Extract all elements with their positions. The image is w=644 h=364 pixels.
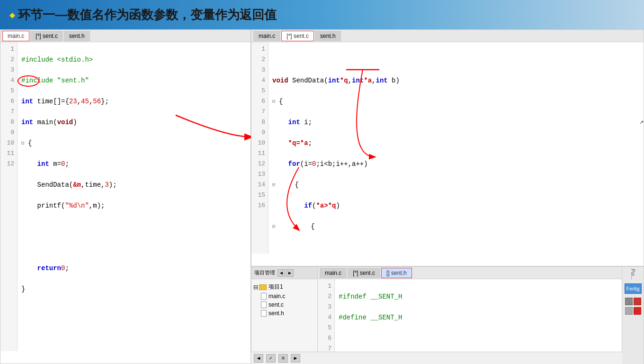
left-tab-bar: main.c [*] sent.c sent.h bbox=[0, 30, 250, 42]
pm-file-main[interactable]: main.c bbox=[261, 292, 315, 300]
main-content: main.c [*] sent.c sent.h 1 2 3 4 5 6 7 8… bbox=[0, 29, 644, 364]
bottom-editor: main.c [*] sent.c [] sent.h 1 2 3 4 5 6 … bbox=[318, 267, 644, 364]
left-code-content[interactable]: #include <stdio.h> #include "sent.h" int… bbox=[18, 42, 250, 351]
right-code-area: 1 2 3 4 5 6 7 8 9 10 11 12 13 14 bbox=[251, 42, 644, 254]
file-icon-main bbox=[261, 293, 267, 300]
pm-file-sent-h-label: sent.h bbox=[268, 310, 284, 317]
pm-nav-prev[interactable]: ◀ bbox=[277, 269, 285, 277]
color-swatch-gray1[interactable] bbox=[625, 298, 633, 305]
tab-sent-h-left[interactable]: sent.h bbox=[64, 31, 90, 41]
color-swatches-row2 bbox=[625, 307, 641, 315]
pm-file-sent-h[interactable]: sent.h bbox=[261, 309, 315, 318]
right-tab-bar: main.c [*] sent.c sent.h bbox=[251, 30, 644, 42]
tab-sent-c-bottom[interactable]: [*] sent.c bbox=[348, 268, 380, 278]
tab-sent-h-bottom[interactable]: [] sent.h bbox=[381, 268, 412, 278]
color-swatch-red1[interactable] bbox=[634, 298, 641, 305]
bottom-tab-bar: main.c [*] sent.c [] sent.h bbox=[318, 267, 644, 279]
tab-main-c-bottom[interactable]: main.c bbox=[320, 268, 347, 278]
pm-root-label: 项目1 bbox=[268, 283, 283, 291]
right-line-numbers: 1 2 3 4 5 6 7 8 9 10 11 12 13 14 bbox=[251, 42, 268, 254]
pm-nav-next[interactable]: ▶ bbox=[286, 269, 294, 277]
color-swatches-row1 bbox=[625, 298, 641, 305]
nav-prev-btn[interactable]: ◀ bbox=[254, 354, 263, 363]
page-title: 环节一—数值名作为函数参数，变量作为返回值 bbox=[18, 7, 277, 23]
tab-sent-c-right[interactable]: [*] sent.c bbox=[281, 31, 314, 41]
pm-tree: ⊟ 项目1 main.c sent.c sent.h bbox=[251, 279, 317, 320]
right-top-editor: main.c [*] sent.c sent.h 1 2 3 4 5 6 7 8 bbox=[251, 29, 644, 266]
nav-check-btn[interactable]: ✓ bbox=[266, 354, 276, 363]
left-line-numbers: 1 2 3 4 5 6 7 8 9 10 11 12 bbox=[0, 42, 18, 351]
folder-icon bbox=[259, 284, 267, 290]
title-bar: ◆ 环节一—数值名作为函数参数，变量作为返回值 bbox=[0, 0, 644, 29]
pm-nav: ◀ ▶ bbox=[277, 269, 294, 277]
pm-file-main-label: main.c bbox=[268, 293, 285, 300]
file-icon-sent-c bbox=[261, 301, 267, 308]
pm-root-item[interactable]: ⊟ 项目1 bbox=[253, 282, 315, 292]
right-code-content[interactable]: void SendData(int *q,int *a,int b) ⊟{ in… bbox=[268, 42, 644, 254]
left-code-area: 1 2 3 4 5 6 7 8 9 10 11 12 #include <std… bbox=[0, 42, 250, 351]
nav-lines-btn[interactable]: ≡ bbox=[278, 354, 288, 363]
right-bottom-panel: 项目管理 ◀ ▶ ⊟ 项目1 main.c bbox=[251, 266, 644, 364]
pm-collapse-icon: ⊟ bbox=[253, 284, 258, 291]
tab-sent-h-right[interactable]: sent.h bbox=[315, 31, 341, 41]
right-panel: main.c [*] sent.c sent.h 1 2 3 4 5 6 7 8 bbox=[251, 29, 644, 364]
left-editor: main.c [*] sent.c sent.h 1 2 3 4 5 6 7 8… bbox=[0, 29, 251, 364]
tab-sent-c-left[interactable]: [*] sent.c bbox=[30, 31, 63, 41]
sidebar-label: Poi... bbox=[630, 269, 635, 280]
tab-main-c-left[interactable]: main.c bbox=[2, 31, 29, 41]
pm-label: 项目管理 bbox=[254, 269, 275, 276]
tab-main-c-right[interactable]: main.c bbox=[253, 31, 280, 41]
color-swatch-red2[interactable] bbox=[634, 307, 641, 315]
color-swatch-gray2[interactable] bbox=[625, 307, 633, 315]
pm-file-sent-c[interactable]: sent.c bbox=[261, 300, 315, 309]
file-icon-sent-h bbox=[261, 310, 267, 317]
nav-next-btn[interactable]: ▶ bbox=[291, 354, 300, 363]
pm-file-sent-c-label: sent.c bbox=[268, 301, 284, 308]
pm-tab-bar: 项目管理 ◀ ▶ bbox=[251, 267, 317, 279]
project-manager: 项目管理 ◀ ▶ ⊟ 项目1 main.c bbox=[251, 267, 318, 364]
sidebar-widgets: Poi... Fertig bbox=[622, 267, 644, 364]
diamond-icon: ◆ bbox=[9, 9, 15, 21]
bottom-nav: ◀ ✓ ≡ ▶ bbox=[251, 352, 622, 364]
fertig-button[interactable]: Fertig bbox=[625, 283, 642, 294]
